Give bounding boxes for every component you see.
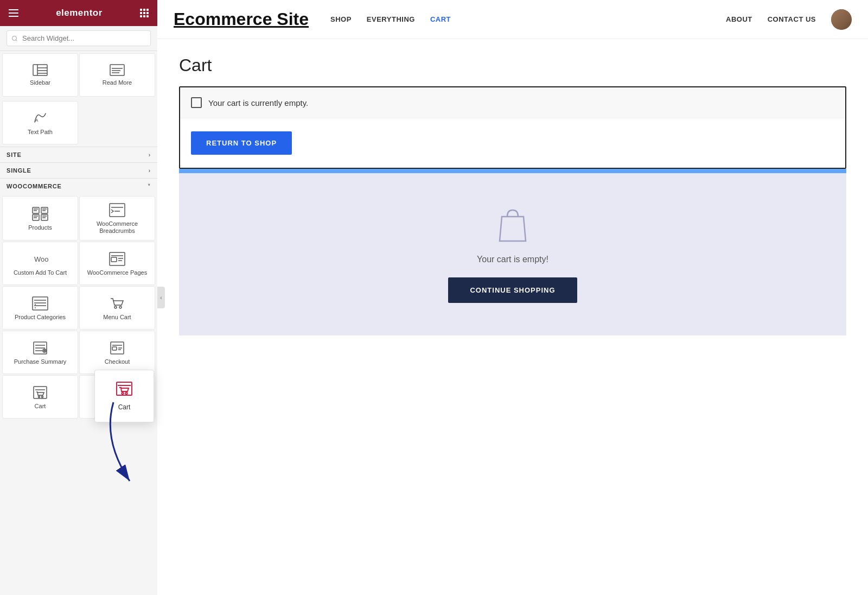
page-title: Cart [179,55,846,75]
widget-item-wc-pages[interactable]: WooCommerce Pages [79,242,155,285]
return-to-shop-button[interactable]: RETURN TO SHOP [191,131,292,155]
text-path-widget-icon: A [33,110,48,125]
section-single[interactable]: SINGLE › [0,162,157,178]
svg-rect-48 [112,347,117,350]
svg-point-38 [119,306,122,308]
sidebar-widget-icon [33,64,48,76]
widget-label-sidebar: Sidebar [30,79,50,86]
cart-notice: Your cart is currently empty. [180,87,845,118]
top-navigation: Ecommerce Site SHOP EVERYTHING CART ABOU… [157,0,868,39]
cart-box: Your cart is currently empty. RETURN TO … [179,86,846,169]
shopping-bag-icon [496,206,529,246]
svg-rect-28 [111,257,117,262]
sidebar: elementor [0,0,157,595]
widget-item-custom-add-to-cart[interactable]: Woo Custom Add To Cart [2,242,78,285]
cart-action-area: RETURN TO SHOP [180,118,845,168]
svg-point-37 [114,306,117,308]
grid-apps-icon[interactable] [140,9,149,17]
cart-tooltip-popup: Cart [94,370,154,422]
nav-links: SHOP EVERYTHING CART [330,15,726,23]
main-content: Ecommerce Site SHOP EVERYTHING CART ABOU… [157,0,868,595]
empty-cart-text: Your cart is empty! [477,255,548,264]
nav-cart[interactable]: CART [430,15,451,23]
widget-label-product-categories: Product Categories [15,314,66,321]
nav-everything[interactable]: EVERYTHING [367,15,415,23]
menu-cart-widget-icon [110,296,125,311]
svg-rect-5 [110,65,124,75]
widget-label-purchase-summary: Purchase Summary [14,358,67,365]
user-avatar[interactable] [831,9,852,30]
widget-label-cart: Cart [35,403,46,410]
nav-contact[interactable]: CONTACT US [768,15,816,23]
read-more-widget-icon [110,64,125,76]
chevron-right-icon: › [149,152,151,158]
section-woocommerce[interactable]: WOOCOMMERCE ˅ [0,178,157,194]
widget-item-menu-cart[interactable]: Menu Cart [79,286,155,330]
widget-label-checkout: Checkout [105,358,130,365]
cart-tooltip-icon [116,381,133,400]
chevron-right-icon-single: › [149,168,151,174]
widget-label-products: Products [28,224,52,231]
text-path-grid: A Text Path [0,99,157,147]
sidebar-content: Sidebar Read More [0,51,157,595]
hamburger-menu-icon[interactable] [9,9,18,17]
svg-rect-0 [33,65,47,75]
widget-label-read-more: Read More [103,79,132,86]
svg-text:A: A [35,118,39,123]
widget-item-purchase-summary[interactable]: Purchase Summary [2,331,78,374]
widget-item-cart[interactable]: Cart [2,375,78,419]
cart-notice-icon [191,97,202,108]
svg-point-35 [35,307,36,308]
widget-search-bar [0,26,157,51]
purchase-summary-widget-icon [33,341,48,355]
empty-cart-section: Your cart is empty! CONTINUE SHOPPING [179,173,846,336]
elementor-logo: elementor [56,8,103,18]
nav-shop[interactable]: SHOP [330,15,352,23]
section-site[interactable]: SITE › [0,147,157,162]
widget-label-text-path: Text Path [28,129,53,136]
continue-shopping-button[interactable]: CONTINUE SHOPPING [448,277,577,303]
svg-point-54 [42,396,43,397]
widget-item-checkout[interactable]: Checkout [79,331,155,374]
widget-label-menu-cart: Menu Cart [103,314,131,321]
product-categories-widget-icon [32,296,48,311]
cart-notice-text: Your cart is currently empty. [208,98,308,107]
nav-about[interactable]: ABOUT [726,15,752,23]
svg-point-36 [35,304,36,305]
cart-widget-icon [33,385,48,400]
widget-item-text-path[interactable]: A Text Path [2,101,78,144]
page-body: Cart Your cart is currently empty. RETUR… [157,39,868,595]
widget-label-wc-breadcrumbs: WooCommerce Breadcrumbs [84,220,150,235]
blue-divider [179,169,846,173]
top-widget-grid: Sidebar Read More [0,51,157,99]
chevron-down-icon-woo: ˅ [148,183,151,189]
svg-point-62 [122,393,124,395]
nav-right-links: ABOUT CONTACT US [726,9,852,30]
search-input[interactable] [7,30,151,46]
svg-rect-26 [110,252,125,265]
widget-label-wc-pages: WooCommerce Pages [87,269,147,276]
svg-point-53 [39,396,40,397]
site-title: Ecommerce Site [174,9,309,29]
widget-item-products[interactable]: Products [2,196,78,240]
checkout-widget-icon [110,341,125,355]
widget-item-product-categories[interactable]: Product Categories [2,286,78,330]
custom-add-to-cart-widget-icon: Woo [32,252,48,266]
widget-label-custom-add-to-cart: Custom Add To Cart [14,269,67,276]
wc-pages-widget-icon [109,252,125,266]
products-widget-icon [32,207,48,221]
widget-item-read-more[interactable]: Read More [79,53,155,97]
wc-breadcrumbs-widget-icon [109,203,125,217]
svg-point-63 [125,393,127,395]
cart-tooltip-label: Cart [118,403,131,411]
avatar-image [831,9,852,30]
sidebar-header: elementor [0,0,157,26]
svg-text:Woo: Woo [34,255,48,263]
widget-item-sidebar[interactable]: Sidebar [2,53,78,97]
widget-item-wc-breadcrumbs[interactable]: WooCommerce Breadcrumbs [79,196,155,240]
